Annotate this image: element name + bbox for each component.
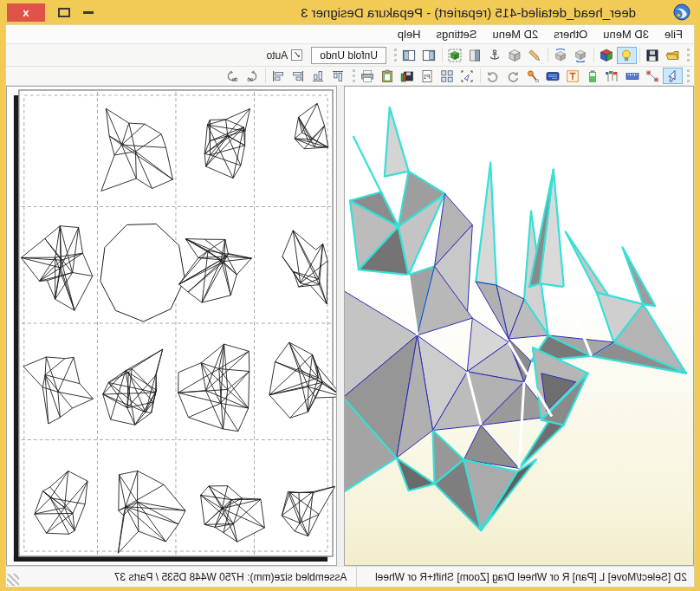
toolbar-separator (639, 48, 640, 62)
save-pattern-icon[interactable] (398, 68, 418, 84)
3d-model-canvas[interactable] (345, 87, 693, 565)
select-parts-icon[interactable] (445, 47, 465, 64)
light-toggle-icon[interactable] (617, 47, 637, 64)
svg-text:90: 90 (247, 77, 253, 82)
insert-text-icon[interactable] (563, 68, 583, 84)
maximize-button[interactable] (58, 8, 70, 17)
svg-text:90: 90 (232, 77, 238, 82)
rotate-90-cw-icon[interactable]: 90 (223, 68, 243, 84)
align-right-icon[interactable] (269, 68, 288, 84)
titlebar[interactable]: deer_head_detailed-415 (repariert) - Pep… (0, 0, 700, 24)
status-bar: 2D [Select/Move] L [Pan] R or Wheel Drag… (6, 566, 694, 587)
paste-icon[interactable] (378, 68, 398, 84)
join-edges-icon[interactable] (643, 68, 663, 84)
align-top-icon[interactable] (328, 68, 348, 84)
pane-splitter[interactable] (337, 86, 344, 566)
measure-icon[interactable] (623, 68, 643, 84)
auto-checkbox[interactable]: ✓ (291, 49, 302, 61)
save-file-icon[interactable] (643, 47, 663, 64)
auto-checkbox-label: Auto (267, 49, 288, 62)
arrange-parts-icon[interactable] (438, 68, 457, 84)
anchor-icon[interactable] (485, 47, 505, 64)
toolbar-grip[interactable] (687, 69, 690, 82)
open-file-icon[interactable] (663, 47, 683, 64)
window-resize-grip[interactable] (7, 574, 19, 586)
unfold-undo-button[interactable]: Unfold Undo (311, 47, 386, 64)
close-button[interactable]: x (7, 3, 45, 22)
svg-text:P1: P1 (424, 73, 431, 79)
menu-bar: File 3D Menu Others 2D Menu Settings Hel… (6, 25, 694, 44)
align-left-icon[interactable] (288, 68, 308, 84)
toolbar-grip[interactable] (687, 49, 690, 62)
texture-view-icon[interactable] (597, 47, 617, 64)
rotate-right-icon[interactable] (551, 47, 571, 64)
toolbar-separator (480, 68, 481, 83)
toolbar-main: Unfold Undo ✓ Auto (6, 44, 694, 67)
page-setup-icon[interactable]: P1 (418, 68, 438, 84)
menu-2d-menu[interactable]: 2D Menu (485, 26, 547, 42)
print-icon[interactable] (358, 68, 378, 84)
rotate-90-ccw-icon[interactable]: 90 (243, 68, 262, 84)
toolbar-grip[interactable] (394, 49, 397, 62)
rotate-left-icon[interactable] (571, 47, 591, 64)
edge-flaps-icon[interactable] (523, 68, 543, 84)
menu-settings[interactable]: Settings (429, 26, 485, 42)
align-bottom-icon[interactable] (308, 68, 328, 84)
toolbar-grip[interactable] (353, 69, 355, 82)
edit-mode-icon[interactable] (525, 47, 545, 64)
status-assembled-size: Assembled size(mm): H750 W448 D535 / Par… (19, 567, 357, 587)
layout-left-icon[interactable] (419, 47, 439, 64)
pepakura-app-icon (672, 3, 691, 22)
menu-3d-menu[interactable]: 3D Menu (595, 26, 657, 42)
toolbar-2d: P1 90 90 (6, 67, 694, 86)
redo-icon[interactable] (483, 68, 503, 84)
check-faces-icon[interactable] (603, 68, 623, 84)
3d-model-view[interactable] (344, 86, 694, 566)
edge-color-icon[interactable] (583, 68, 603, 84)
2d-pattern-view[interactable] (6, 86, 337, 566)
pattern-settings-icon[interactable] (543, 68, 563, 84)
toolbar-separator (265, 68, 266, 83)
menu-help[interactable]: Help (390, 26, 429, 42)
menu-file[interactable]: File (657, 26, 690, 42)
toolbar-separator (442, 48, 443, 62)
panel-view-icon[interactable] (465, 47, 485, 64)
minimize-button[interactable] (83, 11, 94, 14)
window-title: deer_head_detailed-415 (repariert) - Pep… (301, 5, 636, 20)
menu-others[interactable]: Others (546, 26, 595, 42)
undo-icon[interactable] (503, 68, 523, 84)
solid-view-icon[interactable] (505, 47, 525, 64)
select-tool-icon[interactable] (663, 68, 683, 84)
app-window: deer_head_detailed-415 (repariert) - Pep… (0, 0, 700, 591)
status-hint: 2D [Select/Move] L [Pan] R or Wheel Drag… (357, 567, 694, 587)
region-select-icon[interactable] (457, 68, 477, 84)
layout-right-icon[interactable] (399, 47, 419, 64)
toolbar-separator (593, 48, 594, 62)
toolbar-separator (548, 48, 548, 62)
2d-pattern-canvas[interactable] (7, 87, 336, 565)
